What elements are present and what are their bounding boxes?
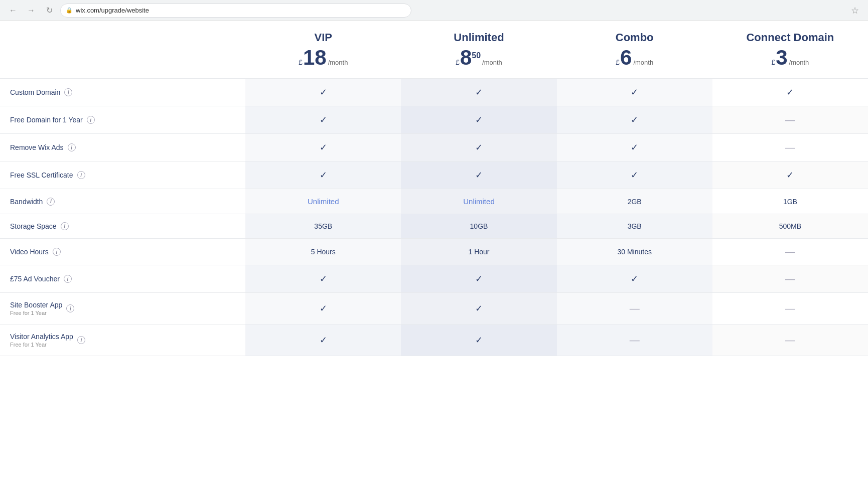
currency-vip: £ [299, 58, 303, 66]
feature-value-combo: 30 Minutes [557, 239, 712, 265]
feature-row: Remove Wix Ads i ✓✓✓— [0, 134, 868, 161]
info-icon[interactable]: i [66, 304, 74, 312]
feature-label-cell: Video Hours i [0, 239, 245, 265]
bookmark-button[interactable]: ☆ [848, 4, 862, 18]
browser-chrome: ← → ↻ 🔒 wix.com/upgrade/website ☆ [0, 0, 868, 21]
value-text: 1GB [783, 198, 797, 206]
feature-value-vip: ✓ [245, 265, 401, 293]
dash-icon: — [785, 335, 795, 346]
feature-value-unlimited: ✓ [401, 293, 556, 324]
plan-name-combo: Combo [562, 31, 707, 44]
feature-label-cell: Custom Domain i [0, 79, 245, 106]
info-icon[interactable]: i [64, 275, 72, 283]
feature-label-cell: £75 Ad Voucher i [0, 265, 245, 293]
forward-button[interactable]: → [24, 4, 38, 18]
feature-value-connect: 1GB [712, 189, 868, 214]
checkmark-icon: ✓ [786, 170, 794, 180]
value-text: 35GB [314, 222, 332, 230]
info-icon[interactable]: i [77, 171, 85, 179]
unlimited-text: Unlimited [308, 197, 339, 206]
value-text: 5 Hours [311, 248, 336, 256]
feature-label: Storage Space i [10, 222, 235, 230]
dash-icon: — [785, 273, 795, 284]
per-connect: /month [789, 59, 809, 66]
checkmark-icon: ✓ [631, 115, 638, 125]
feature-value-connect: ✓ [712, 161, 868, 189]
reload-button[interactable]: ↻ [42, 4, 56, 18]
feature-row: Bandwidth i UnlimitedUnlimited2GB1GB [0, 189, 868, 214]
feature-name-text: Remove Wix Ads [10, 143, 64, 151]
feature-value-unlimited: ✓ [401, 106, 556, 134]
address-bar[interactable]: 🔒 wix.com/upgrade/website [60, 4, 411, 18]
feature-row: £75 Ad Voucher i ✓✓✓— [0, 265, 868, 293]
feature-value-vip: ✓ [245, 79, 401, 106]
feature-label: Remove Wix Ads i [10, 143, 235, 151]
feature-row: Visitor Analytics App Free for 1 Year i … [0, 324, 868, 356]
plans-header-row: VIP £ 18 /month Unlimited £ 8 50 /month … [0, 21, 868, 79]
amount-combo: 6 [620, 47, 632, 68]
feature-name-text: Site Booster App [10, 301, 62, 309]
value-text: 2GB [628, 198, 642, 206]
currency-unlimited: £ [456, 58, 460, 66]
feature-value-vip: ✓ [245, 106, 401, 134]
feature-label: Visitor Analytics App Free for 1 Year i [10, 333, 235, 348]
info-icon[interactable]: i [61, 222, 69, 230]
feature-label-cell: Free Domain for 1 Year i [0, 106, 245, 134]
feature-label-cell: Storage Space i [0, 214, 245, 239]
feature-value-connect: — [712, 134, 868, 161]
value-text: 30 Minutes [617, 248, 651, 256]
checkmark-icon: ✓ [320, 274, 327, 284]
checkmark-icon: ✓ [320, 170, 327, 180]
feature-value-vip: ✓ [245, 293, 401, 324]
feature-value-unlimited: ✓ [401, 265, 556, 293]
currency-combo: £ [616, 58, 620, 66]
info-icon[interactable]: i [53, 248, 61, 256]
plan-header-vip: VIP £ 18 /month [245, 21, 401, 79]
feature-value-unlimited: ✓ [401, 134, 556, 161]
dash-icon: — [785, 114, 795, 125]
per-combo: /month [633, 59, 653, 66]
feature-sublabel: Free for 1 Year [10, 310, 62, 316]
feature-name-text: Free SSL Certificate [10, 171, 73, 179]
plan-header-connect: Connect Domain £ 3 /month [712, 21, 868, 79]
dash-icon: — [785, 246, 795, 257]
feature-value-vip: Unlimited [245, 189, 401, 214]
feature-name-text: Visitor Analytics App [10, 333, 73, 341]
checkmark-icon: ✓ [475, 274, 483, 284]
feature-value-connect: — [712, 239, 868, 265]
feature-value-vip: ✓ [245, 324, 401, 356]
checkmark-icon: ✓ [475, 303, 483, 313]
feature-label-cell: Free SSL Certificate i [0, 161, 245, 189]
feature-value-unlimited: 1 Hour [401, 239, 556, 265]
feature-row: Custom Domain i ✓✓✓✓ [0, 79, 868, 106]
feature-name-text: Custom Domain [10, 88, 60, 96]
info-icon[interactable]: i [68, 143, 76, 151]
pricing-table: VIP £ 18 /month Unlimited £ 8 50 /month … [0, 21, 868, 356]
checkmark-icon: ✓ [475, 115, 483, 125]
lock-icon: 🔒 [66, 7, 73, 14]
info-icon[interactable]: i [87, 116, 95, 124]
feature-value-combo: — [557, 324, 712, 356]
info-icon[interactable]: i [47, 198, 55, 206]
plan-name-vip: VIP [250, 31, 396, 44]
plan-name-connect: Connect Domain [717, 31, 863, 44]
back-button[interactable]: ← [6, 4, 20, 18]
feature-label-cell: Bandwidth i [0, 189, 245, 214]
value-text: 500MB [779, 222, 801, 230]
feature-label: Free SSL Certificate i [10, 171, 235, 179]
checkmark-icon: ✓ [320, 87, 327, 97]
per-unlimited: /month [482, 59, 502, 66]
checkmark-icon: ✓ [631, 274, 638, 284]
feature-label-cell: Visitor Analytics App Free for 1 Year i [0, 324, 245, 356]
feature-value-unlimited: ✓ [401, 161, 556, 189]
feature-value-unlimited: ✓ [401, 324, 556, 356]
feature-value-connect: ✓ [712, 79, 868, 106]
info-icon[interactable]: i [64, 88, 72, 96]
plan-price-vip: £ 18 /month [250, 47, 396, 68]
value-text: 3GB [628, 222, 642, 230]
feature-name-text: Storage Space [10, 222, 57, 230]
decimal-unlimited: 50 [472, 51, 481, 60]
feature-row: Storage Space i 35GB10GB3GB500MB [0, 214, 868, 239]
feature-label: Custom Domain i [10, 88, 235, 96]
info-icon[interactable]: i [77, 336, 85, 344]
